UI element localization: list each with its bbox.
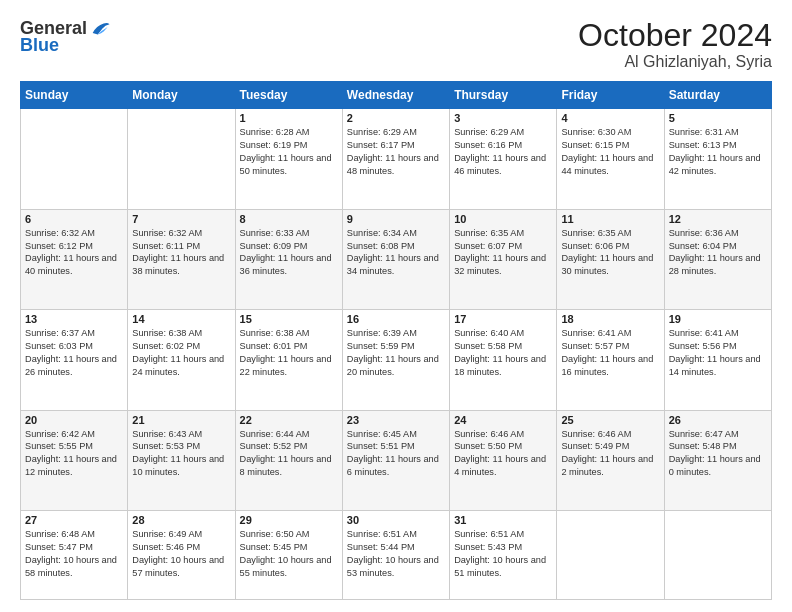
table-row bbox=[557, 510, 664, 599]
month-title: October 2024 bbox=[578, 18, 772, 53]
day-info: Sunrise: 6:33 AM Sunset: 6:09 PM Dayligh… bbox=[240, 227, 338, 279]
day-info: Sunrise: 6:42 AM Sunset: 5:55 PM Dayligh… bbox=[25, 428, 123, 480]
day-info: Sunrise: 6:32 AM Sunset: 6:11 PM Dayligh… bbox=[132, 227, 230, 279]
table-row: 12Sunrise: 6:36 AM Sunset: 6:04 PM Dayli… bbox=[664, 209, 771, 309]
day-number: 21 bbox=[132, 414, 230, 426]
logo-bird-icon bbox=[89, 18, 111, 40]
day-info: Sunrise: 6:38 AM Sunset: 6:01 PM Dayligh… bbox=[240, 327, 338, 379]
day-number: 9 bbox=[347, 213, 445, 225]
day-info: Sunrise: 6:47 AM Sunset: 5:48 PM Dayligh… bbox=[669, 428, 767, 480]
table-row: 8Sunrise: 6:33 AM Sunset: 6:09 PM Daylig… bbox=[235, 209, 342, 309]
day-number: 1 bbox=[240, 112, 338, 124]
day-number: 6 bbox=[25, 213, 123, 225]
table-row: 23Sunrise: 6:45 AM Sunset: 5:51 PM Dayli… bbox=[342, 410, 449, 510]
table-row: 30Sunrise: 6:51 AM Sunset: 5:44 PM Dayli… bbox=[342, 510, 449, 599]
day-info: Sunrise: 6:46 AM Sunset: 5:49 PM Dayligh… bbox=[561, 428, 659, 480]
table-row: 20Sunrise: 6:42 AM Sunset: 5:55 PM Dayli… bbox=[21, 410, 128, 510]
day-info: Sunrise: 6:48 AM Sunset: 5:47 PM Dayligh… bbox=[25, 528, 123, 580]
col-sunday: Sunday bbox=[21, 82, 128, 109]
day-number: 17 bbox=[454, 313, 552, 325]
header-row: Sunday Monday Tuesday Wednesday Thursday… bbox=[21, 82, 772, 109]
day-number: 16 bbox=[347, 313, 445, 325]
day-info: Sunrise: 6:41 AM Sunset: 5:57 PM Dayligh… bbox=[561, 327, 659, 379]
day-number: 8 bbox=[240, 213, 338, 225]
day-info: Sunrise: 6:35 AM Sunset: 6:06 PM Dayligh… bbox=[561, 227, 659, 279]
day-info: Sunrise: 6:35 AM Sunset: 6:07 PM Dayligh… bbox=[454, 227, 552, 279]
table-row: 5Sunrise: 6:31 AM Sunset: 6:13 PM Daylig… bbox=[664, 109, 771, 209]
table-row: 24Sunrise: 6:46 AM Sunset: 5:50 PM Dayli… bbox=[450, 410, 557, 510]
day-number: 29 bbox=[240, 514, 338, 526]
day-number: 4 bbox=[561, 112, 659, 124]
day-number: 14 bbox=[132, 313, 230, 325]
day-number: 26 bbox=[669, 414, 767, 426]
day-number: 31 bbox=[454, 514, 552, 526]
table-row bbox=[128, 109, 235, 209]
day-number: 25 bbox=[561, 414, 659, 426]
logo-blue-text: Blue bbox=[20, 36, 59, 56]
table-row: 17Sunrise: 6:40 AM Sunset: 5:58 PM Dayli… bbox=[450, 310, 557, 410]
day-info: Sunrise: 6:30 AM Sunset: 6:15 PM Dayligh… bbox=[561, 126, 659, 178]
day-info: Sunrise: 6:34 AM Sunset: 6:08 PM Dayligh… bbox=[347, 227, 445, 279]
day-number: 18 bbox=[561, 313, 659, 325]
day-info: Sunrise: 6:40 AM Sunset: 5:58 PM Dayligh… bbox=[454, 327, 552, 379]
table-row: 25Sunrise: 6:46 AM Sunset: 5:49 PM Dayli… bbox=[557, 410, 664, 510]
table-row: 3Sunrise: 6:29 AM Sunset: 6:16 PM Daylig… bbox=[450, 109, 557, 209]
logo: General Blue bbox=[20, 18, 111, 56]
day-number: 20 bbox=[25, 414, 123, 426]
day-number: 24 bbox=[454, 414, 552, 426]
col-friday: Friday bbox=[557, 82, 664, 109]
calendar-table: Sunday Monday Tuesday Wednesday Thursday… bbox=[20, 81, 772, 600]
table-row: 1Sunrise: 6:28 AM Sunset: 6:19 PM Daylig… bbox=[235, 109, 342, 209]
day-number: 23 bbox=[347, 414, 445, 426]
col-monday: Monday bbox=[128, 82, 235, 109]
day-info: Sunrise: 6:49 AM Sunset: 5:46 PM Dayligh… bbox=[132, 528, 230, 580]
table-row: 4Sunrise: 6:30 AM Sunset: 6:15 PM Daylig… bbox=[557, 109, 664, 209]
day-number: 7 bbox=[132, 213, 230, 225]
day-number: 3 bbox=[454, 112, 552, 124]
table-row: 9Sunrise: 6:34 AM Sunset: 6:08 PM Daylig… bbox=[342, 209, 449, 309]
day-info: Sunrise: 6:28 AM Sunset: 6:19 PM Dayligh… bbox=[240, 126, 338, 178]
day-number: 11 bbox=[561, 213, 659, 225]
day-number: 15 bbox=[240, 313, 338, 325]
col-saturday: Saturday bbox=[664, 82, 771, 109]
table-row: 11Sunrise: 6:35 AM Sunset: 6:06 PM Dayli… bbox=[557, 209, 664, 309]
day-info: Sunrise: 6:45 AM Sunset: 5:51 PM Dayligh… bbox=[347, 428, 445, 480]
table-row: 6Sunrise: 6:32 AM Sunset: 6:12 PM Daylig… bbox=[21, 209, 128, 309]
table-row bbox=[664, 510, 771, 599]
day-number: 13 bbox=[25, 313, 123, 325]
page: General Blue October 2024 Al Ghizlaniyah… bbox=[0, 0, 792, 612]
day-number: 27 bbox=[25, 514, 123, 526]
table-row: 28Sunrise: 6:49 AM Sunset: 5:46 PM Dayli… bbox=[128, 510, 235, 599]
day-info: Sunrise: 6:46 AM Sunset: 5:50 PM Dayligh… bbox=[454, 428, 552, 480]
day-info: Sunrise: 6:29 AM Sunset: 6:17 PM Dayligh… bbox=[347, 126, 445, 178]
table-row: 15Sunrise: 6:38 AM Sunset: 6:01 PM Dayli… bbox=[235, 310, 342, 410]
day-info: Sunrise: 6:44 AM Sunset: 5:52 PM Dayligh… bbox=[240, 428, 338, 480]
table-row: 21Sunrise: 6:43 AM Sunset: 5:53 PM Dayli… bbox=[128, 410, 235, 510]
table-row: 14Sunrise: 6:38 AM Sunset: 6:02 PM Dayli… bbox=[128, 310, 235, 410]
table-row: 27Sunrise: 6:48 AM Sunset: 5:47 PM Dayli… bbox=[21, 510, 128, 599]
col-wednesday: Wednesday bbox=[342, 82, 449, 109]
day-number: 28 bbox=[132, 514, 230, 526]
day-number: 30 bbox=[347, 514, 445, 526]
day-info: Sunrise: 6:38 AM Sunset: 6:02 PM Dayligh… bbox=[132, 327, 230, 379]
day-info: Sunrise: 6:29 AM Sunset: 6:16 PM Dayligh… bbox=[454, 126, 552, 178]
day-number: 12 bbox=[669, 213, 767, 225]
day-info: Sunrise: 6:41 AM Sunset: 5:56 PM Dayligh… bbox=[669, 327, 767, 379]
day-info: Sunrise: 6:37 AM Sunset: 6:03 PM Dayligh… bbox=[25, 327, 123, 379]
table-row: 31Sunrise: 6:51 AM Sunset: 5:43 PM Dayli… bbox=[450, 510, 557, 599]
day-info: Sunrise: 6:39 AM Sunset: 5:59 PM Dayligh… bbox=[347, 327, 445, 379]
day-info: Sunrise: 6:31 AM Sunset: 6:13 PM Dayligh… bbox=[669, 126, 767, 178]
table-row: 29Sunrise: 6:50 AM Sunset: 5:45 PM Dayli… bbox=[235, 510, 342, 599]
title-block: October 2024 Al Ghizlaniyah, Syria bbox=[578, 18, 772, 71]
table-row: 13Sunrise: 6:37 AM Sunset: 6:03 PM Dayli… bbox=[21, 310, 128, 410]
table-row: 22Sunrise: 6:44 AM Sunset: 5:52 PM Dayli… bbox=[235, 410, 342, 510]
day-info: Sunrise: 6:36 AM Sunset: 6:04 PM Dayligh… bbox=[669, 227, 767, 279]
day-info: Sunrise: 6:51 AM Sunset: 5:43 PM Dayligh… bbox=[454, 528, 552, 580]
day-number: 10 bbox=[454, 213, 552, 225]
day-number: 5 bbox=[669, 112, 767, 124]
table-row: 10Sunrise: 6:35 AM Sunset: 6:07 PM Dayli… bbox=[450, 209, 557, 309]
table-row: 19Sunrise: 6:41 AM Sunset: 5:56 PM Dayli… bbox=[664, 310, 771, 410]
day-number: 19 bbox=[669, 313, 767, 325]
location-title: Al Ghizlaniyah, Syria bbox=[578, 53, 772, 71]
col-tuesday: Tuesday bbox=[235, 82, 342, 109]
